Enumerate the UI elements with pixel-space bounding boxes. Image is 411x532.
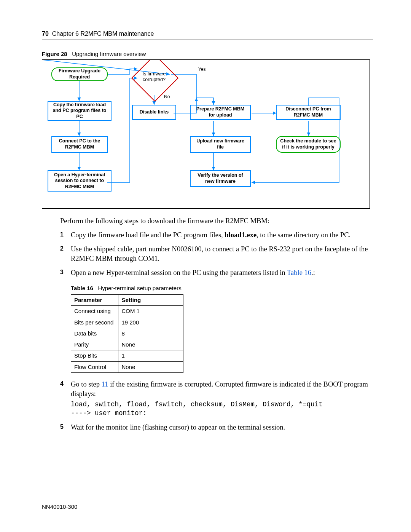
step-number-5: 5 [60, 423, 64, 431]
step-link[interactable]: 11 [102, 380, 108, 388]
flow-prepare: Prepare R2FMC MBM for upload [190, 105, 251, 120]
body-content: Perform the following steps to download … [60, 217, 373, 432]
flow-disable: Disable links [132, 105, 176, 120]
table-row: Connect usingCOM 1 [71, 306, 183, 317]
header-rule [42, 40, 373, 40]
flow-decision-text: Is firmware corrupted? [131, 71, 177, 83]
code-line-2: ----> user monitor: [71, 409, 373, 418]
table-row: ParityNone [71, 339, 183, 350]
table-row: Bits per second19 200 [71, 317, 183, 328]
flowchart: Firmware Upgrade Required Is firmware co… [42, 59, 370, 209]
step-1: 1 Copy the firmware load file and the PC… [60, 230, 373, 240]
intro-text: Perform the following steps to download … [60, 217, 373, 225]
table-label: Table 16 [71, 285, 93, 291]
step-number-3: 3 [60, 268, 64, 276]
flow-hyper: Open a Hyper-terminal session to connect… [48, 170, 112, 192]
step-1-a: Copy the firmware load file and the PC p… [71, 231, 225, 239]
footer-rule [42, 501, 373, 501]
flow-no-label: No [164, 94, 170, 99]
table-row: Flow ControlNone [71, 361, 183, 372]
step-1-c: , to the same directory on the PC. [256, 231, 350, 239]
page-footer: NN40010-300 [42, 501, 373, 510]
flow-verify: Verify the version of new firmware [190, 170, 251, 187]
table-header-row: Parameter Setting [71, 295, 183, 306]
flow-disconnect: Disconnect PC from R2FMC MBM [276, 105, 341, 120]
flow-check-end: Check the module to see if it is working… [276, 136, 341, 153]
step-3-b: .: [311, 269, 315, 276]
flow-yes-label: Yes [198, 67, 206, 72]
flow-decision: Is firmware corrupted? [138, 61, 172, 95]
step-number-4: 4 [60, 380, 64, 388]
step-2: 2 Use the shipped cable, part number N00… [60, 244, 373, 264]
step-4-a: Go to step [71, 380, 102, 388]
col-setting: Setting [118, 295, 183, 306]
page-number: 70 [42, 30, 49, 37]
step-4: 4 Go to step 11 if the existing firmware… [60, 380, 373, 418]
params-table: Parameter Setting Connect usingCOM 1 Bit… [71, 294, 183, 373]
step-4-b: if the existing firmware is corrupted. C… [71, 380, 368, 398]
step-number-2: 2 [60, 244, 64, 253]
step-3-a: Open a new Hyper-terminal session on the… [71, 269, 287, 276]
figure-title: Upgrading firmware overview [72, 51, 146, 57]
step-5-text: Wait for the monitor line (flashing curs… [71, 423, 285, 431]
page-header: 70 Chapter 6 R2MFC MBM maintenance [42, 30, 373, 37]
flow-start: Firmware Upgrade Required [51, 67, 108, 81]
step-2-text: Use the shipped cable, part number N0026… [71, 245, 368, 262]
step-3: 3 Open a new Hyper-terminal session on t… [60, 268, 373, 373]
step-number-1: 1 [60, 230, 64, 239]
table-caption: Table 16 Hyper-terminal setup parameters [71, 284, 373, 292]
flow-upload: Upload new firmware file [190, 136, 251, 153]
step-1-file: bload1.exe [225, 231, 256, 239]
code-line-1: load, switch, fload, fswitch, checksum, … [71, 400, 373, 409]
table-row: Stop Bits1 [71, 350, 183, 361]
table-row: Data bits8 [71, 328, 183, 339]
table-link[interactable]: Table 16 [287, 269, 311, 276]
col-parameter: Parameter [71, 295, 118, 306]
document-number: NN40010-300 [42, 503, 373, 510]
flow-copy: Copy the firmware load and PC program fi… [48, 101, 112, 121]
chapter-title: Chapter 6 R2MFC MBM maintenance [52, 30, 154, 37]
flow-connect-pc: Connect PC to the R2FMC MBM [51, 136, 108, 153]
steps-list: 1 Copy the firmware load file and the PC… [60, 230, 373, 432]
figure-caption: Figure 28 Upgrading firmware overview [42, 51, 373, 57]
step-5: 5 Wait for the monitor line (flashing cu… [60, 423, 373, 432]
table-title: Hyper-terminal setup parameters [98, 285, 181, 291]
figure-label: Figure 28 [42, 51, 67, 57]
